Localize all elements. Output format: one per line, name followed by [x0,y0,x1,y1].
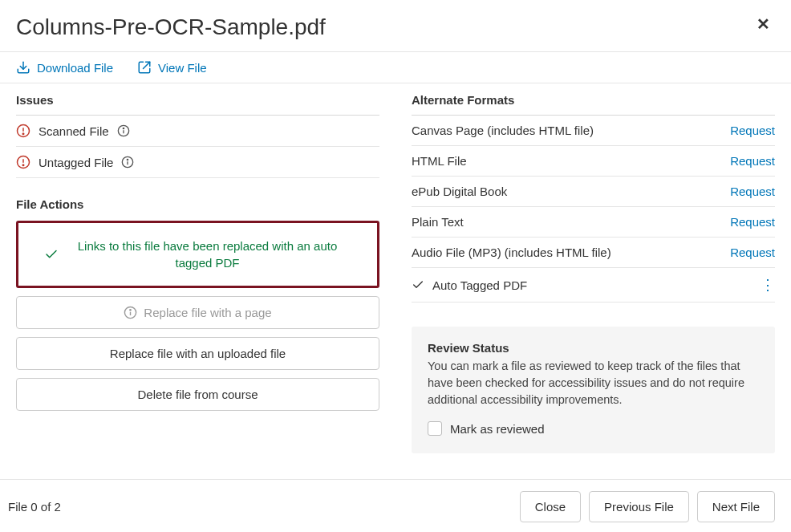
view-file-link[interactable]: View File [137,60,207,75]
page-title: Columns-Pre-OCR-Sample.pdf [16,14,326,40]
alt-format-auto-tagged-pdf: Auto Tagged PDF ⋮ [412,268,775,303]
download-icon [16,60,30,75]
dialog-footer: File 0 of 2 Close Previous File Next Fil… [0,479,791,532]
checkmark-icon [44,247,59,262]
alt-format-label: Audio File (MP3) (includes HTML ﬁle) [412,246,611,259]
svg-point-15 [130,310,131,311]
alt-format-label: Plain Text [412,215,464,229]
delete-file-button[interactable]: Delete file from course [16,378,379,411]
mark-reviewed-label: Mark as reviewed [450,422,545,436]
file-actions-heading: File Actions [16,197,379,211]
view-file-label: View File [158,61,207,75]
svg-point-9 [22,164,24,166]
svg-point-12 [128,159,128,160]
download-file-link[interactable]: Download File [16,60,113,75]
issue-untagged-file[interactable]: Untagged File [16,147,379,178]
review-status-box: Review Status You can mark a ﬁle as revi… [412,327,775,453]
footer-buttons: Close Previous File Next File [520,491,775,522]
alt-format-plain-text: Plain Text Request [412,207,775,238]
next-file-label: Next File [712,500,760,514]
request-link[interactable]: Request [730,154,775,168]
right-column: Alternate Formats Canvas Page (includes … [412,93,775,479]
close-button-label: Close [535,500,566,514]
alt-format-label: ePub Digital Book [412,185,507,198]
request-link[interactable]: Request [730,185,775,198]
left-column: Issues Scanned File Untagged File File A… [16,93,379,479]
success-message-box: Links to this file have been replaced wi… [16,221,379,288]
previous-file-button[interactable]: Previous File [589,491,689,522]
request-link[interactable]: Request [730,246,775,259]
previous-file-label: Previous File [604,500,674,514]
issue-scanned-file[interactable]: Scanned File [16,116,379,147]
svg-point-6 [123,128,124,128]
info-icon[interactable] [121,156,134,169]
replace-with-upload-label: Replace file with an uploaded file [110,347,286,360]
request-link[interactable]: Request [730,124,775,137]
issue-label: Scanned File [39,124,109,138]
alt-format-label: HTML File [412,154,467,168]
replace-with-page-label: Replace file with a page [144,306,271,319]
alert-icon [16,155,30,169]
alt-format-epub: ePub Digital Book Request [412,177,775,207]
alert-icon [16,124,30,138]
alt-format-label: Auto Tagged PDF [432,278,527,292]
file-pager-label: File 0 of 2 [8,500,61,514]
alt-format-audio: Audio File (MP3) (includes HTML ﬁle) Req… [412,238,775,268]
view-file-icon [137,60,152,75]
download-file-label: Download File [37,61,113,75]
mark-reviewed-checkbox[interactable] [428,421,442,436]
alt-format-canvas-page: Canvas Page (includes HTML ﬁle) Request [412,116,775,146]
alt-format-html-file: HTML File Request [412,146,775,177]
review-status-body: You can mark a ﬁle as reviewed to keep t… [428,358,759,408]
replace-with-page-button: Replace file with a page [16,296,379,329]
close-button[interactable]: Close [520,491,581,522]
dialog-content: Issues Scanned File Untagged File File A… [0,83,791,479]
replace-with-upload-button[interactable]: Replace file with an uploaded file [16,337,379,370]
next-file-button[interactable]: Next File [697,491,775,522]
checkmark-icon [412,278,424,291]
mark-reviewed-row[interactable]: Mark as reviewed [428,421,759,436]
request-link[interactable]: Request [730,215,775,229]
review-status-heading: Review Status [428,341,759,355]
more-options-icon[interactable]: ⋮ [761,276,775,294]
delete-file-label: Delete file from course [137,388,258,401]
alternate-formats-heading: Alternate Formats [412,93,775,116]
alt-format-label: Canvas Page (includes HTML ﬁle) [412,124,594,137]
success-message-text: Links to this file have been replaced wi… [63,238,352,271]
issue-label: Untagged File [39,156,113,169]
dialog-header: Columns-Pre-OCR-Sample.pdf ✕ [0,0,791,52]
info-icon [124,306,137,319]
svg-point-3 [22,133,24,135]
issues-heading: Issues [16,93,379,116]
close-icon[interactable]: ✕ [752,14,775,34]
file-toolbar: Download File View File [0,52,791,83]
info-icon[interactable] [117,124,130,137]
